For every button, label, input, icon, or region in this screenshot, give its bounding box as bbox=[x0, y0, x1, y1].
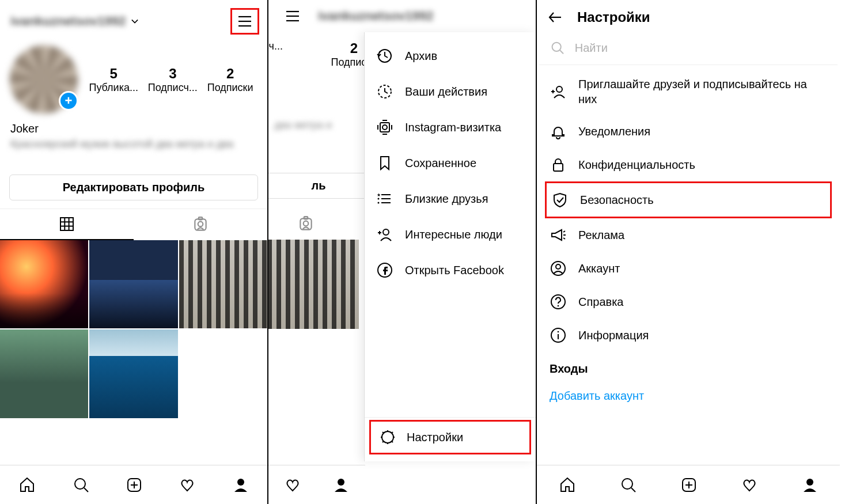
settings-item-about[interactable]: Информация bbox=[537, 319, 840, 352]
stat-posts-label: Публика... bbox=[89, 82, 138, 94]
nametag-icon bbox=[376, 119, 393, 136]
nav-add[interactable] bbox=[126, 477, 142, 493]
add-story-badge[interactable]: + bbox=[59, 91, 78, 111]
menu-settings[interactable]: Настройки bbox=[369, 420, 531, 454]
back-arrow-icon bbox=[547, 9, 563, 25]
stat-posts[interactable]: 5 Публика... bbox=[89, 66, 138, 94]
search-icon bbox=[620, 477, 637, 493]
profile-filled-icon bbox=[802, 477, 818, 493]
menu-your-activity[interactable]: Ваши действия bbox=[365, 74, 536, 109]
settings-item-security[interactable]: Безопасность bbox=[545, 181, 832, 218]
nav-activity[interactable] bbox=[741, 477, 757, 493]
tagged-icon bbox=[192, 216, 209, 233]
profile-stats: 5 Публика... 3 Подписч... 2 Подписки bbox=[84, 66, 258, 94]
nav-profile[interactable] bbox=[233, 477, 249, 493]
post-thumbnail[interactable] bbox=[179, 240, 267, 328]
settings-search[interactable] bbox=[539, 35, 838, 65]
username-text: ivankuznetsov1992 bbox=[318, 9, 434, 24]
menu-saved[interactable]: Сохраненное bbox=[365, 145, 536, 181]
side-menu-panel: Архив Ваши действия Instagram-визитка Со… bbox=[364, 32, 536, 461]
post-thumbnail[interactable] bbox=[89, 329, 177, 418]
bell-icon bbox=[550, 123, 567, 140]
search-input[interactable] bbox=[575, 41, 826, 55]
menu-label: Архив bbox=[405, 50, 437, 63]
edit-profile-button[interactable]: Редактировать профиль bbox=[9, 175, 258, 200]
home-icon bbox=[18, 476, 36, 494]
lock-icon bbox=[550, 156, 567, 173]
facebook-icon bbox=[376, 262, 393, 279]
username-dropdown[interactable]: ivankuznetsov1992 bbox=[10, 14, 140, 29]
post-thumbnail[interactable] bbox=[89, 240, 177, 328]
stat-following[interactable]: 2 Подписки bbox=[207, 66, 253, 94]
logins-section-title: Входы bbox=[537, 352, 840, 381]
item-label: Справка bbox=[578, 295, 623, 309]
megaphone-icon bbox=[550, 226, 567, 244]
account-icon bbox=[550, 260, 567, 277]
settings-screen: Настройки Приглашайте друзей и подписыва… bbox=[537, 0, 840, 504]
add-post-icon bbox=[126, 477, 142, 493]
profile-tabs bbox=[0, 209, 267, 240]
item-label: Информация bbox=[578, 329, 649, 342]
menu-label: Открыть Facebook bbox=[405, 264, 504, 277]
settings-item-ads[interactable]: Реклама bbox=[537, 218, 840, 252]
tab-grid[interactable] bbox=[0, 209, 134, 240]
stat-following-label: Подписки bbox=[207, 82, 253, 94]
avatar[interactable]: + bbox=[9, 45, 78, 114]
profile-filled-icon bbox=[233, 477, 249, 493]
menu-open-facebook[interactable]: Открыть Facebook bbox=[365, 252, 536, 288]
bio-display-name: Joker bbox=[10, 122, 257, 135]
back-button[interactable] bbox=[547, 9, 563, 25]
settings-item-account[interactable]: Аккаунт bbox=[537, 252, 840, 285]
profile-header: ivankuznetsov1992 bbox=[0, 0, 267, 43]
menu-nametag[interactable]: Instagram-визитка bbox=[365, 109, 536, 145]
search-icon bbox=[73, 477, 89, 493]
settings-icon bbox=[379, 429, 396, 446]
nav-add[interactable] bbox=[681, 477, 697, 493]
bottom-nav bbox=[537, 465, 840, 504]
nav-home[interactable] bbox=[18, 476, 36, 494]
settings-item-help[interactable]: Справка bbox=[537, 285, 840, 319]
nav-activity[interactable] bbox=[285, 477, 301, 493]
bio-description: Красноярский мужик высотой два метра и д… bbox=[10, 138, 257, 164]
item-label: Безопасность bbox=[580, 194, 654, 207]
settings-item-notifications[interactable]: Уведомления bbox=[537, 115, 840, 148]
settings-header: Настройки bbox=[537, 0, 840, 35]
bookmark-icon bbox=[376, 154, 393, 172]
settings-item-invite[interactable]: Приглашайте друзей и подписывайтесь на н… bbox=[537, 69, 840, 115]
search-icon bbox=[551, 40, 565, 55]
heart-icon bbox=[741, 477, 757, 493]
item-label: Аккаунт bbox=[578, 262, 620, 275]
profile-bio: Joker Красноярский мужик высотой два мет… bbox=[0, 119, 267, 175]
nav-activity[interactable] bbox=[179, 477, 195, 493]
nav-search[interactable] bbox=[73, 477, 89, 493]
nav-home[interactable] bbox=[559, 476, 576, 494]
nav-profile[interactable] bbox=[333, 477, 349, 493]
menu-label: Ваши действия bbox=[405, 85, 487, 98]
profile-filled-icon bbox=[333, 477, 349, 493]
hamburger-menu-button[interactable] bbox=[230, 8, 259, 35]
menu-close-friends[interactable]: Близкие друзья bbox=[365, 181, 536, 217]
heart-icon bbox=[179, 477, 195, 493]
discover-people-icon bbox=[376, 226, 393, 243]
menu-discover-people[interactable]: Интересные люди bbox=[365, 217, 536, 252]
home-icon bbox=[559, 476, 576, 494]
profile-summary: + 5 Публика... 3 Подписч... 2 Подписки bbox=[0, 43, 267, 119]
item-label: Реклама bbox=[578, 229, 624, 242]
invite-friends-icon bbox=[550, 83, 567, 100]
tab-tagged[interactable] bbox=[134, 209, 267, 240]
stat-followers-number: 3 bbox=[148, 66, 198, 82]
add-account-link[interactable]: Добавить аккаунт bbox=[537, 381, 840, 411]
menu-label: Настройки bbox=[407, 431, 463, 444]
nav-search[interactable] bbox=[620, 477, 637, 493]
side-menu-list: Архив Ваши действия Instagram-визитка Со… bbox=[365, 32, 536, 417]
post-thumbnail[interactable] bbox=[0, 329, 88, 418]
nav-profile[interactable] bbox=[802, 477, 818, 493]
menu-archive[interactable]: Архив bbox=[365, 38, 536, 74]
item-label: Конфиденциальность bbox=[578, 158, 695, 172]
side-menu-header: ivankuznetsov1992 bbox=[268, 0, 536, 32]
shield-icon bbox=[551, 191, 569, 209]
settings-item-privacy[interactable]: Конфиденциальность bbox=[537, 148, 840, 181]
post-thumbnail[interactable] bbox=[0, 240, 88, 328]
hamburger-menu-button[interactable] bbox=[285, 8, 301, 24]
stat-followers[interactable]: 3 Подписч... bbox=[148, 66, 198, 94]
